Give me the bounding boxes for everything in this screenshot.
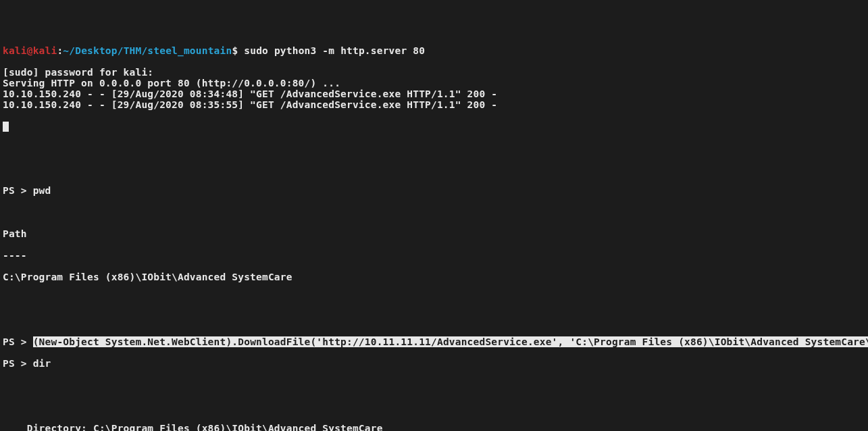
blank-line <box>3 402 865 413</box>
pwd-header: Path <box>3 229 865 240</box>
prompt-user: kali <box>3 45 27 56</box>
shell-prompt-line[interactable]: kali@kali:~/Desktop/THM/steel_mountain$ … <box>3 46 865 57</box>
ps-dir-command: dir <box>33 358 51 369</box>
http-output-line: 10.10.150.240 - - [29/Aug/2020 08:35:55]… <box>3 100 865 111</box>
shell-command: sudo python3 -m http.server 80 <box>244 45 425 56</box>
cursor-icon <box>3 122 9 132</box>
ps-prompt: PS > <box>3 336 33 347</box>
prompt-host: kali <box>33 45 57 56</box>
pwd-header-dashes: ---- <box>3 251 865 261</box>
ps-download-command: (New-Object System.Net.WebClient).Downlo… <box>33 336 868 347</box>
ps-dir-line[interactable]: PS > dir <box>3 359 865 370</box>
ps-pwd-line[interactable]: PS > pwd <box>3 186 865 197</box>
prompt-path: ~/Desktop/THM/steel_mountain <box>63 45 232 56</box>
http-server-output: [sudo] password for kali:Serving HTTP on… <box>3 68 865 111</box>
ps-prompt: PS > <box>3 358 33 369</box>
pwd-value: C:\Program Files (x86)\IObit\Advanced Sy… <box>3 272 865 283</box>
http-output-line: Serving HTTP on 0.0.0.0 port 80 (http://… <box>3 78 865 89</box>
dir-heading: Directory: C:\Program Files (x86)\IObit\… <box>3 424 865 431</box>
blank-line <box>3 143 865 154</box>
cursor-line <box>3 122 865 132</box>
http-output-line: 10.10.150.240 - - [29/Aug/2020 08:34:48]… <box>3 89 865 100</box>
prompt-at: @ <box>27 45 33 56</box>
ps-pwd-command: pwd <box>33 185 51 196</box>
blank-line <box>3 315 865 326</box>
ps-prompt: PS > <box>3 185 33 196</box>
prompt-dollar: $ <box>232 45 244 56</box>
http-output-line: [sudo] password for kali: <box>3 68 865 78</box>
blank-line <box>3 165 865 176</box>
blank-line <box>3 207 865 218</box>
blank-line <box>3 380 865 391</box>
blank-line <box>3 294 865 305</box>
ps-download-line[interactable]: PS > (New-Object System.Net.WebClient).D… <box>3 337 865 348</box>
prompt-colon: : <box>57 45 63 56</box>
